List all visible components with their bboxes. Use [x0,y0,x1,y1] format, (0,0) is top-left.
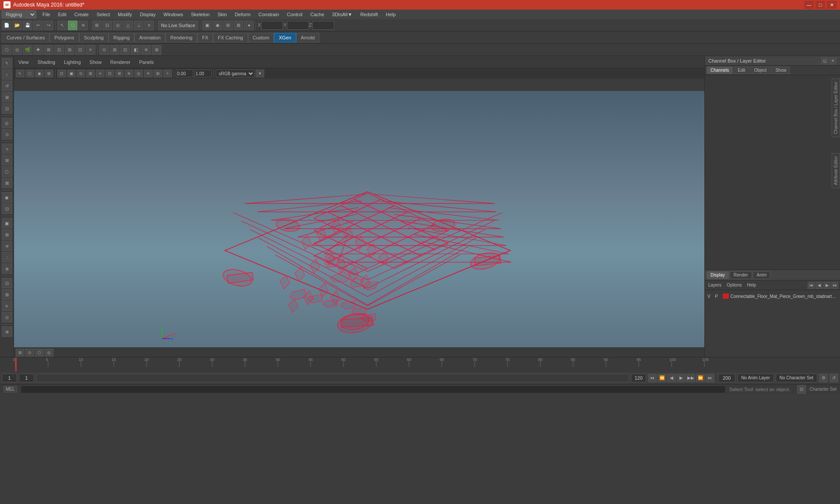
vp-tb-show-grid[interactable]: ≡ [96,70,105,77]
module-animation[interactable]: Animation [134,33,165,42]
playback-end-field[interactable] [718,374,735,382]
tb-snap6[interactable]: ≡ [144,21,154,30]
menu-file[interactable]: File [39,10,54,19]
lt-soft[interactable]: ◎ [2,118,12,128]
no-anim-layer[interactable]: No Anim Layer [737,374,774,382]
vp-tb-b1[interactable]: ⊡ [105,70,114,77]
menu-deform[interactable]: Deform [231,10,254,19]
module-arnold[interactable]: Arnold [296,33,320,42]
tb3-icon6[interactable]: ⊡ [54,45,64,55]
tb-snap5[interactable]: ⊥ [134,21,144,30]
no-char-set[interactable]: No Character Set [776,374,817,382]
tab-edit[interactable]: Edit [734,66,749,74]
lt-move[interactable]: ↕ [2,69,12,80]
le-btn-prev[interactable]: ◀ [816,282,822,289]
rp-float-btn[interactable]: ◱ [821,57,828,64]
le-help-menu[interactable]: Help [745,282,758,288]
le-btn-last[interactable]: ⏭ [831,282,838,289]
lt-particles[interactable]: ∴ [2,252,12,262]
rp-close-btn[interactable]: ✕ [830,57,836,64]
tb-paint[interactable]: ≋ [78,21,88,30]
lt-misc2[interactable]: ⊞ [2,289,12,300]
tb-render4[interactable]: ⊠ [234,21,243,30]
vp-tb-scale[interactable]: ⊞ [45,70,53,77]
mel-input[interactable] [21,385,726,393]
layer-p-indicator[interactable]: P [715,294,721,299]
tb-render3[interactable]: ⊞ [223,21,233,30]
tb3-icon1[interactable]: ⬡ [2,45,11,55]
tb3-icon2[interactable]: ◎ [12,45,22,55]
le-tab-render[interactable]: Render [730,271,752,279]
lt-misc3[interactable]: ≡ [2,301,12,311]
vp-tb-snap[interactable]: ⊙ [77,70,85,77]
lt-render-region[interactable]: ▣ [2,218,12,228]
lt-surface[interactable]: ⊞ [2,155,12,165]
tb-lasso[interactable]: ⬡ [68,21,77,30]
vp-menu-shading[interactable]: Shading [35,59,58,66]
le-btn-first[interactable]: ⏮ [808,282,815,289]
tab-channels[interactable]: Channels [707,66,733,74]
menu-help[interactable]: Help [382,10,399,19]
lt-misc1[interactable]: ⊡ [2,278,12,288]
module-custom[interactable]: Custom [248,33,274,42]
vp-field-v2[interactable] [194,70,212,77]
tb3-icon8[interactable]: ⊡ [75,45,85,55]
lt-select[interactable]: ↖ [2,58,12,68]
vp-tb-cam[interactable]: ⊡ [57,70,66,77]
lt-3d-container[interactable]: ⊞ [2,229,12,240]
lt-ik[interactable]: ⊡ [2,203,12,214]
close-button[interactable]: ✕ [827,1,836,9]
tb-render2[interactable]: ◉ [213,21,222,30]
tb3-icon9[interactable]: ≡ [86,45,95,55]
vp-tb-select[interactable]: ↖ [16,70,24,77]
vp-tb-b4[interactable]: ◎ [134,70,143,77]
vp-tb-b5[interactable]: ✕ [144,70,153,77]
module-sculpting[interactable]: Sculpting [79,33,108,42]
tb-undo[interactable]: ↩ [33,21,43,30]
tab-object[interactable]: Object [750,66,771,74]
module-fxcaching[interactable]: FX Caching [213,33,248,42]
maximize-button[interactable]: □ [816,1,825,9]
y-field[interactable] [287,21,309,30]
tb-ipr[interactable]: ● [244,21,254,30]
pb-loop[interactable]: ↺ [830,374,838,382]
pb-skip-fwd[interactable]: ⏭ [706,374,714,382]
range-end-field[interactable] [631,374,646,382]
tb3-icon3[interactable]: 🌿 [23,45,32,55]
channel-box-layer-editor-tab[interactable]: Channel Box / Layer Editor [832,79,840,137]
tb-snap4[interactable]: △ [123,21,133,30]
pb-play[interactable]: ▶ [677,374,686,382]
lt-scale[interactable]: ⊞ [2,92,12,102]
lt-bottom[interactable]: ⊕ [2,326,12,337]
vp-tb-b3[interactable]: ≋ [125,70,133,77]
tb3-icon15[interactable]: ⊞ [152,45,161,55]
tb3-icon7[interactable]: ⊞ [65,45,74,55]
mode-selector[interactable]: Rigging Animation Modeling Dynamics [2,10,36,18]
viewport-canvas[interactable]: x y z persp [14,91,704,357]
tab-show[interactable]: Show [771,66,790,74]
pb-skip-back[interactable]: ⏮ [648,374,657,382]
lt-joint[interactable]: ◉ [2,192,12,203]
module-fx[interactable]: FX [197,33,213,42]
range-current-frame[interactable] [19,374,34,382]
menu-display[interactable]: Display [136,10,159,19]
menu-create[interactable]: Create [71,10,92,19]
tb-new[interactable]: 📄 [2,21,11,30]
le-tab-display[interactable]: Display [707,271,729,279]
tb3-icon4[interactable]: ✚ [33,45,43,55]
vp-tb-iso[interactable]: ⊞ [86,70,95,77]
le-tab-anim[interactable]: Anim [753,271,771,279]
tb3-icon10[interactable]: ⊙ [99,45,109,55]
tb3-icon14[interactable]: ≋ [141,45,151,55]
module-rendering[interactable]: Rendering [165,33,197,42]
attribute-editor-tab[interactable]: Attribute Editor [832,153,840,188]
vp-tb-b2[interactable]: ⊞ [115,70,124,77]
range-start-field[interactable] [2,374,17,382]
le-options-menu[interactable]: Options [725,282,743,288]
lt-history[interactable]: ⊙ [2,129,12,140]
vp-tb-b6[interactable]: ⊞ [154,70,162,77]
tb3-icon13[interactable]: ◧ [131,45,140,55]
vp-field-v1[interactable] [176,70,193,77]
module-curves[interactable]: Curves / Surfaces [2,33,49,42]
tb3-icon11[interactable]: ⊞ [110,45,119,55]
